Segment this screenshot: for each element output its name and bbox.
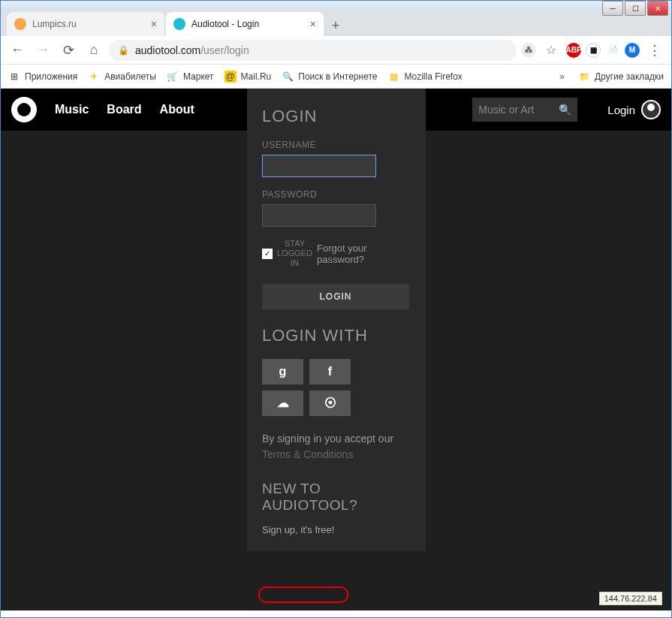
- search-icon: 🔍: [559, 104, 571, 116]
- new-tab-button[interactable]: +: [325, 15, 346, 36]
- bookmarks-bar: ⊞Приложения ✈Авиабилеты 🛒Маркет @Mail.Ru…: [1, 65, 671, 89]
- profile-icon[interactable]: M: [625, 43, 640, 58]
- search-input[interactable]: Music or Art 🔍: [472, 98, 577, 122]
- password-input[interactable]: [262, 204, 376, 227]
- bookmark-market[interactable]: 🛒Маркет: [167, 71, 214, 83]
- translate-icon[interactable]: ⁂: [521, 43, 536, 58]
- close-button[interactable]: ✕: [647, 1, 668, 16]
- tab-title: Audiotool - Login: [191, 19, 304, 29]
- browser-tabs: Lumpics.ru × Audiotool - Login × +: [1, 9, 671, 36]
- terms-text: By signing in you accept our Terms & Con…: [262, 431, 411, 463]
- overflow-chevron-icon[interactable]: »: [556, 71, 568, 82]
- url-host: audiotool.com: [135, 44, 200, 56]
- bookmark-aviabilety[interactable]: ✈Авиабилеты: [88, 71, 156, 83]
- plane-icon: ✈: [88, 71, 100, 83]
- signup-link[interactable]: Sign up, it's free!: [262, 524, 334, 535]
- soundcloud-login-button[interactable]: ☁: [262, 390, 303, 416]
- ext-icon[interactable]: ▦: [586, 43, 601, 58]
- tab-lumpics[interactable]: Lumpics.ru ×: [7, 12, 164, 36]
- audiotool-logo-icon[interactable]: [11, 97, 37, 122]
- ip-badge: 144.76.222.84: [599, 592, 662, 605]
- back-button[interactable]: ←: [7, 40, 28, 61]
- stay-logged-label: STAY LOGGED IN: [277, 239, 312, 269]
- bookmark-apps[interactable]: ⊞Приложения: [8, 71, 77, 83]
- username-input[interactable]: [262, 155, 376, 177]
- header-login-link[interactable]: Login: [607, 100, 661, 119]
- nav-music[interactable]: Music: [55, 103, 89, 116]
- google-login-button[interactable]: g: [262, 359, 303, 384]
- search-icon: 🔍: [282, 71, 294, 83]
- tab-close-icon[interactable]: ×: [310, 18, 316, 30]
- login-panel: LOGIN USERNAME PASSWORD ✓ STAY LOGGED IN…: [247, 89, 426, 551]
- address-bar: ← → ⟳ ⌂ 🔒 audiotool.com/user/login ⁂ ☆ A…: [1, 36, 671, 65]
- bookmark-mailru[interactable]: @Mail.Ru: [225, 71, 272, 83]
- highlight-annotation: [258, 586, 348, 603]
- nav-board[interactable]: Board: [107, 103, 141, 116]
- tab-title: Lumpics.ru: [32, 19, 145, 29]
- bookmark-firefox[interactable]: ▦Mozilla Firefox: [387, 71, 462, 83]
- nav-about[interactable]: About: [160, 103, 194, 116]
- at-icon: @: [225, 71, 237, 83]
- stay-logged-checkbox[interactable]: ✓: [262, 249, 273, 259]
- terms-link[interactable]: Terms & Conditions: [262, 448, 353, 460]
- bookmark-other[interactable]: 📁Другие закладки: [578, 71, 664, 83]
- url-path: /user/login: [200, 44, 249, 56]
- login-button[interactable]: LOGIN: [262, 284, 409, 309]
- avatar-icon: [641, 100, 661, 119]
- minimize-button[interactable]: ─: [602, 1, 623, 16]
- patreon-login-button[interactable]: ⦿: [309, 390, 351, 416]
- home-button[interactable]: ⌂: [83, 40, 104, 61]
- firefox-icon: ▦: [387, 71, 399, 83]
- forgot-password-link[interactable]: Forgot your password?: [317, 243, 411, 265]
- page-content: Music Board About Music or Art 🔍 Login L…: [1, 89, 671, 610]
- folder-icon: 📁: [578, 71, 590, 83]
- new-to-audiotool-title: NEW TO AUDIOTOOL?: [262, 481, 411, 514]
- forward-button[interactable]: →: [32, 40, 53, 61]
- window-title-bar: ─ ☐ ✕: [1, 1, 671, 9]
- password-label: PASSWORD: [262, 189, 411, 200]
- url-field[interactable]: 🔒 audiotool.com/user/login: [109, 40, 517, 61]
- tab-audiotool[interactable]: Audiotool - Login ×: [166, 12, 324, 36]
- lock-icon: 🔒: [118, 45, 129, 56]
- maximize-button[interactable]: ☐: [625, 1, 646, 16]
- login-with-title: LOGIN WITH: [262, 326, 411, 345]
- tab-close-icon[interactable]: ×: [151, 18, 157, 30]
- menu-icon[interactable]: ⋮: [644, 40, 665, 61]
- reload-button[interactable]: ⟳: [58, 40, 79, 61]
- favicon-icon: [173, 18, 185, 30]
- star-icon[interactable]: ☆: [541, 40, 562, 61]
- bookmark-search[interactable]: 🔍Поиск в Интернете: [282, 71, 377, 83]
- favicon-icon: [14, 18, 26, 30]
- login-title: LOGIN: [262, 107, 411, 126]
- pdf-icon[interactable]: 📄: [605, 43, 620, 58]
- cart-icon: 🛒: [167, 71, 179, 83]
- apps-icon: ⊞: [8, 71, 20, 83]
- search-placeholder: Music or Art: [478, 104, 534, 116]
- facebook-login-button[interactable]: f: [309, 359, 351, 384]
- username-label: USERNAME: [262, 140, 411, 150]
- abp-icon[interactable]: ABP: [566, 43, 581, 58]
